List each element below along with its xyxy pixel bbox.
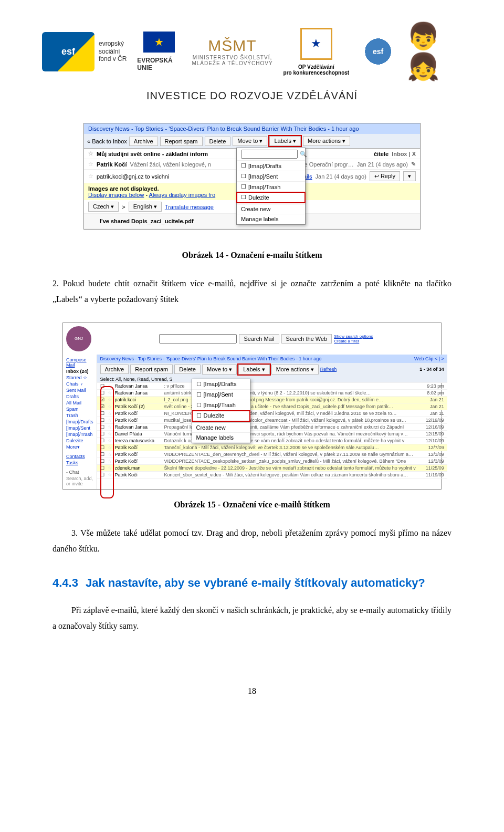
ss2-search-input[interactable]	[159, 334, 237, 344]
star-icon[interactable]: ☆	[108, 383, 113, 389]
star-icon[interactable]: ☆	[108, 418, 113, 423]
star-icon[interactable]: ☆	[88, 150, 93, 157]
compose-mail-link[interactable]: Compose Mail	[63, 357, 97, 368]
star-icon[interactable]: ☆	[108, 397, 113, 402]
sidebar-imap-drafts[interactable]: [Imap]/Drafts	[63, 419, 97, 425]
always-display-link[interactable]: Always display images fro	[149, 192, 216, 198]
mail-row[interactable]: ☐☆Patrik KočíNI_KONCERT_SBOR_SEXTET - Do…	[97, 410, 447, 417]
display-images-link[interactable]: Display images below	[88, 192, 144, 198]
sidebar-trash[interactable]: Trash	[63, 412, 97, 419]
mail-row[interactable]: ☐☆Radovan Jansaanitární sbírka - Vážení …	[97, 390, 447, 397]
star-icon[interactable]: ☆	[108, 404, 113, 409]
row-checkbox[interactable]: ☐	[100, 411, 106, 416]
dropdown-item-drafts[interactable]: ☐[Imap]/Drafts	[237, 161, 305, 171]
sidebar-inbox[interactable]: Inbox (24)	[63, 368, 97, 375]
row-checkbox[interactable]: ☐	[100, 452, 106, 457]
reply-dropdown-button[interactable]: ▾	[403, 171, 416, 181]
sidebar-all[interactable]: All Mail	[63, 400, 97, 406]
ss2-moveto-button[interactable]: Move to ▾	[202, 365, 237, 375]
row-checkbox[interactable]: ☐	[100, 383, 106, 389]
star-icon[interactable]: ☆	[108, 452, 113, 457]
dropdown-search-input[interactable]	[241, 150, 298, 159]
star-icon[interactable]: ☆	[108, 438, 113, 443]
search-options-link[interactable]: Show search options Create a filter	[334, 334, 373, 344]
row-checkbox[interactable]: ☐	[100, 459, 106, 464]
ss2-dd-sent[interactable]: ☐[Imap]/Sent	[192, 390, 250, 400]
ss2-refresh-link[interactable]: Refresh	[320, 367, 337, 372]
mail-row[interactable]: ☐☆Patrik KočíVIDEOPREZENTACE_den_otevren…	[97, 451, 447, 458]
sidebar-contacts[interactable]: Contacts	[63, 453, 97, 460]
mail-row[interactable]: ☑☆patrik.kocil_2_col.png - I've shared p…	[97, 397, 447, 403]
star-icon[interactable]: ☆	[88, 161, 93, 168]
ss2-dd-drafts[interactable]: ☐[Imap]/Drafts	[192, 379, 250, 390]
row-checkbox[interactable]: ☑	[100, 397, 106, 402]
mail-row[interactable]: ☐☆Radovan Jansa: v příloze9:23 pm	[97, 383, 447, 390]
sidebar-starred[interactable]: Starred ☆	[63, 375, 97, 381]
translate-link[interactable]: Translate message	[165, 204, 214, 210]
report-spam-button[interactable]: Report spam	[160, 137, 203, 146]
mail-row[interactable]: ☐☆Patrik KočíKoncert_sbor_sextet_video -…	[97, 472, 447, 479]
row-checkbox[interactable]: ☐	[100, 431, 106, 436]
ss2-more-button[interactable]: More actions ▾	[271, 365, 319, 375]
dropdown-item-sent[interactable]: ☐[Imap]/Sent	[237, 171, 305, 182]
row-checkbox[interactable]: ☐	[100, 424, 106, 430]
pencil-icon[interactable]: ✎	[411, 161, 416, 168]
dropdown-item-dulezite[interactable]: ☐Dulezite	[237, 192, 305, 203]
row-checkbox[interactable]: ☐	[100, 438, 106, 443]
sidebar-more[interactable]: More▾	[63, 444, 97, 450]
move-to-button[interactable]: Move to ▾	[233, 136, 267, 146]
dropdown-manage-labels[interactable]: Manage labels	[237, 214, 305, 224]
delete-button[interactable]: Delete	[205, 137, 231, 146]
row-checkbox[interactable]: ☐	[100, 390, 106, 396]
more-actions-button[interactable]: More actions ▾	[303, 136, 350, 146]
ss2-report-button[interactable]: Report spam	[130, 365, 173, 374]
webclip-nav[interactable]: Web Clip < | >	[414, 356, 444, 361]
star-icon[interactable]: ☆	[108, 431, 113, 436]
mail-row[interactable]: ☐☆Radovan JansaPropagační leták do Angli…	[97, 424, 447, 431]
sidebar-sent[interactable]: Sent Mail	[63, 387, 97, 393]
mail-row[interactable]: ☐☆tereza.matusovskaDotazník k odborné pr…	[97, 438, 447, 444]
sidebar-dulezite[interactable]: Dulezite	[63, 438, 97, 444]
ss1-inbox-x[interactable]: Inbox | X	[392, 151, 416, 157]
row-checkbox[interactable]: ☐	[100, 445, 106, 450]
labels-button[interactable]: Labels ▾	[269, 136, 300, 146]
dropdown-create-new[interactable]: Create new	[237, 204, 305, 214]
dropdown-item-trash[interactable]: ☐[Imap]/Trash	[237, 182, 305, 192]
star-icon[interactable]: ☆	[108, 445, 113, 450]
mail-row[interactable]: ☐☆Patrik KočíTaneční_kolona - Milí žáci,…	[97, 444, 447, 451]
star-icon[interactable]: ☆	[108, 424, 113, 430]
archive-button[interactable]: Archive	[129, 137, 158, 146]
translate-to-select[interactable]: English ▾	[129, 202, 162, 212]
search-web-button[interactable]: Search the Web	[281, 334, 332, 344]
sidebar-spam[interactable]: Spam	[63, 406, 97, 412]
row-checkbox[interactable]: ☐	[100, 465, 106, 471]
row-checkbox[interactable]: ☑	[100, 404, 106, 409]
translate-from-select[interactable]: Czech ▾	[88, 202, 119, 212]
row-checkbox[interactable]: ☐	[100, 418, 106, 423]
mail-row[interactable]: ☐☆Patrik KočíVIDEOPREZENTACE_ceskopolske…	[97, 458, 447, 465]
sidebar-imap-sent[interactable]: [Imap]/Sent	[63, 425, 97, 431]
star-icon[interactable]: ☆	[108, 459, 113, 464]
reply-button[interactable]: ↩ Reply	[370, 171, 400, 181]
ss2-archive-button[interactable]: Archive	[100, 365, 129, 374]
ss2-select-text[interactable]: Select: All, None, Read, Unread, S	[100, 377, 173, 382]
mail-row[interactable]: ☐☆Patrik Kočímuzikal_joseph_and_the_amaz…	[97, 417, 447, 424]
ss2-dd-manage[interactable]: Manage labels	[192, 433, 250, 443]
sidebar-chat-search[interactable]: Search, add, or invite	[63, 475, 97, 487]
search-mail-button[interactable]: Search Mail	[239, 334, 279, 344]
star-icon[interactable]: ☆	[108, 472, 113, 477]
ss2-labels-button[interactable]: Labels ▾	[238, 365, 269, 375]
sidebar-chats[interactable]: Chats ♀	[63, 381, 97, 387]
star-icon[interactable]: ☆	[108, 390, 113, 396]
ss2-dd-trash[interactable]: ☐[Imap]/Trash	[192, 400, 250, 411]
mail-row[interactable]: ☐☆Daniel PřádaVánoční turnaj v basketbal…	[97, 431, 447, 438]
sidebar-tasks[interactable]: Tasks	[63, 460, 97, 466]
dropdown-search[interactable]: 🔍	[237, 148, 305, 161]
ss2-dd-dulezite[interactable]: ☐Dulezite	[192, 411, 250, 421]
row-checkbox[interactable]: ☐	[100, 472, 106, 477]
star-icon[interactable]: ☆	[108, 465, 113, 471]
mail-row[interactable]: ☐☆zdenek.manŠkolní filmové dopoledne - 2…	[97, 465, 447, 472]
star-icon[interactable]: ☆	[88, 173, 93, 180]
sidebar-imap-trash[interactable]: [Imap]/Trash	[63, 431, 97, 438]
mail-row[interactable]: ☑☆Patrik Kočí (2)svět online - základní …	[97, 403, 447, 410]
